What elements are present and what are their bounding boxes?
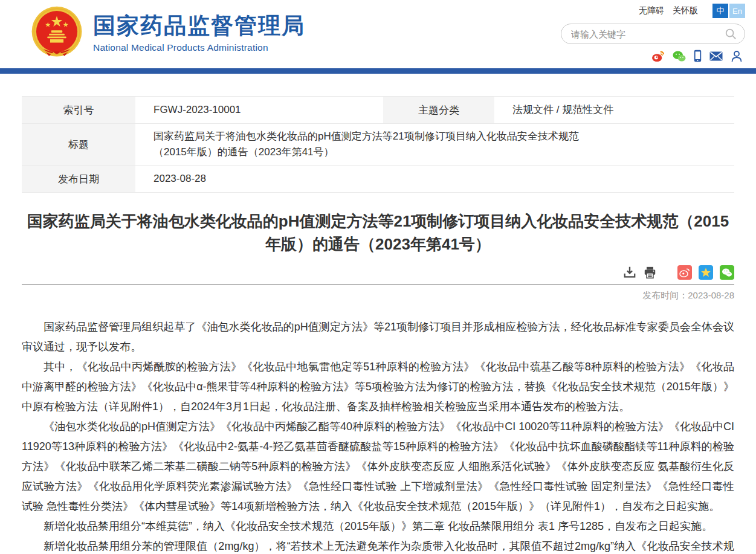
care-version-link[interactable]: 关怀版 <box>673 5 698 16</box>
article-paragraph: 《油包水类化妆品的pH值测定方法》《化妆品中丙烯酸乙酯等40种原料的检验方法》《… <box>22 417 734 517</box>
meta-index-label: 索引号 <box>22 97 135 123</box>
main-content: 索引号 FGWJ-2023-10001 主题分类 法规文件 / 规范性文件 标题… <box>0 96 756 554</box>
publish-time: 发布时间：2023-08-28 <box>22 290 734 301</box>
site-title-en: National Medical Products Administration <box>93 42 305 53</box>
header-social-icons <box>651 50 745 62</box>
article-body: 国家药品监督管理局组织起草了《油包水类化妆品的pH值测定方法》等21项制修订项目… <box>22 317 734 554</box>
meta-date-label: 发布日期 <box>22 166 135 192</box>
article-toolbar <box>22 265 734 280</box>
topbar: 无障碍 关怀版 中 En <box>639 4 745 18</box>
page-title: 国家药监局关于将油包水类化妆品的pH值测定方法等21项制修订项目纳入化妆品安全技… <box>22 210 734 256</box>
site-title-zh: 国家药品监督管理局 <box>93 12 305 40</box>
meta-category-value: 法规文件 / 规范性文件 <box>497 97 734 123</box>
table-row: 索引号 FGWJ-2023-10001 主题分类 法规文件 / 规范性文件 <box>22 96 734 124</box>
print-icon[interactable] <box>643 266 657 279</box>
meta-date-value: 2023-08-28 <box>138 166 734 192</box>
user-icon[interactable] <box>731 50 743 62</box>
meta-title-line1: 国家药监局关于将油包水类化妆品的pH值测定方法等21项制修订项目纳入化妆品安全技… <box>153 129 728 144</box>
article-paragraph: 其中，《化妆品中丙烯酰胺的检验方法》《化妆品中地氯雷他定等51种原料的检验方法》… <box>22 357 734 417</box>
title-divider <box>22 285 734 285</box>
weibo-icon[interactable] <box>651 50 665 62</box>
accessibility-link[interactable]: 无障碍 <box>639 5 664 16</box>
header-right: 无障碍 关怀版 中 En <box>561 4 745 62</box>
share-wechat-button[interactable] <box>720 265 734 280</box>
site-brand[interactable]: 国家药品监督管理局 National Medical Products Admi… <box>29 5 305 60</box>
lang-zh-button[interactable]: 中 <box>712 4 728 18</box>
search-input[interactable] <box>571 29 724 39</box>
search-icon[interactable] <box>724 27 737 40</box>
table-row: 标题 国家药监局关于将油包水类化妆品的pH值测定方法等21项制修订项目纳入化妆品… <box>22 124 734 166</box>
national-emblem-logo <box>29 5 85 60</box>
lang-en-button[interactable]: En <box>729 4 745 18</box>
mobile-icon[interactable] <box>694 50 702 62</box>
share-qzone-button[interactable] <box>699 265 713 280</box>
meta-title-line2: （2015年版）的通告（2023年第41号） <box>153 144 728 160</box>
meta-title-value: 国家药监局关于将油包水类化妆品的pH值测定方法等21项制修订项目纳入化妆品安全技… <box>138 124 734 165</box>
article-paragraph: 新增化妆品禁用组分苯的管理限值（2mg/kg），将“若技术上无法避免苯作为杂质带… <box>22 536 734 554</box>
meta-title-label: 标题 <box>22 124 135 165</box>
download-icon[interactable] <box>623 266 636 279</box>
email-icon[interactable] <box>709 51 723 61</box>
article-paragraph: 国家药品监督管理局组织起草了《油包水类化妆品的pH值测定方法》等21项制修订项目… <box>22 317 734 357</box>
share-weibo-button[interactable] <box>677 265 692 280</box>
table-row: 发布日期 2023-08-28 <box>22 166 734 193</box>
article-paragraph: 新增化妆品禁用组分“本维莫德”，纳入《化妆品安全技术规范（2015年版）》第二章… <box>22 517 734 536</box>
header-divider-bar <box>0 68 756 74</box>
meta-index-value: FGWJ-2023-10001 <box>138 97 381 123</box>
search-box[interactable] <box>561 24 745 44</box>
wechat-icon[interactable] <box>673 50 686 62</box>
document-meta-table: 索引号 FGWJ-2023-10001 主题分类 法规文件 / 规范性文件 标题… <box>22 96 734 193</box>
site-title-block: 国家药品监督管理局 National Medical Products Admi… <box>93 12 305 53</box>
meta-category-label: 主题分类 <box>383 97 494 123</box>
language-switch: 中 En <box>712 4 745 18</box>
site-header: 国家药品监督管理局 National Medical Products Admi… <box>0 0 756 68</box>
